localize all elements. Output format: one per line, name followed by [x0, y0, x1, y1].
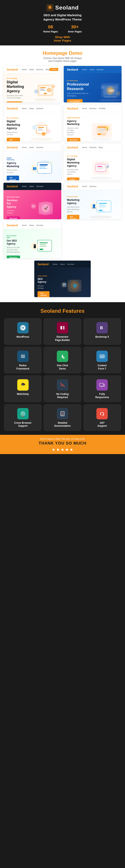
browser-icon [20, 410, 26, 417]
demo-card-1[interactable]: Seoland Home About Services Blog Contact… [3, 66, 61, 103]
hero-illustration-7: 🚀 [27, 199, 56, 217]
demo-card-3[interactable]: Seoland Home About Services No.1 Strateg… [3, 105, 61, 142]
feature-responsive: FullyResponsive [84, 375, 121, 402]
click-icon [59, 353, 66, 360]
feature-contactform: CF7 ContactForm 7 [84, 347, 121, 373]
feature-docs: </> DetailedDoomentation [43, 404, 81, 431]
svg-rect-135 [61, 415, 64, 415]
svg-rect-6 [40, 90, 45, 91]
svg-rect-36 [98, 130, 104, 131]
svg-rect-138 [100, 413, 101, 415]
stat-home-label: Home Pages [43, 30, 58, 33]
svg-text:CF7: CF7 [101, 355, 104, 358]
demo-card-6[interactable]: Seoland Home Services Blog No.1 Strategy… [64, 144, 122, 181]
support-icon-wrap [96, 408, 108, 420]
hero-illustration-1 [31, 80, 60, 102]
demo-preview-8: Seoland Home Services Powerful SEO Marke… [64, 183, 122, 219]
features-section: Seoland Features W WordPress [0, 302, 125, 435]
demo-card-10[interactable]: Seoland Home About Services Grow Online … [34, 260, 91, 297]
feature-oneclick: One ClickDemo [43, 347, 81, 373]
svg-rect-72 [99, 210, 102, 211]
demo-card-5[interactable]: Seoland Home About Services Digital Mark… [3, 144, 61, 181]
svg-rect-68 [99, 205, 105, 206]
feature-bootstrap: B Bootstrap 5 [84, 318, 121, 345]
demo-card-2[interactable]: Seoland Home About Services For Marketin… [64, 66, 122, 103]
footer-thanks: THANK YOU SO MUCH [4, 441, 121, 445]
demo-preview-10: Seoland Home About Services Grow Online … [34, 260, 91, 297]
redux-icon-wrap [17, 351, 29, 362]
nocoding-icon-wrap: </> [57, 379, 68, 391]
svg-rect-39 [97, 133, 101, 135]
svg-point-64 [90, 216, 112, 218]
demo-card-7[interactable]: Seoland Home About Services We Provide S… [3, 183, 61, 219]
svg-point-10 [34, 89, 38, 93]
demo-section-subtitle: Choose Your Demo With 04 Uniqueand Creat… [3, 57, 122, 62]
svg-text:🚀: 🚀 [44, 206, 48, 210]
svg-text:👤: 👤 [92, 204, 96, 209]
support-icon [99, 410, 105, 417]
contactform-icon-wrap: CF7 [96, 351, 108, 362]
stat-inner-pages: 30+ Inner Pages [68, 24, 82, 33]
svg-text:📊: 📊 [105, 164, 109, 168]
redux-icon [20, 353, 26, 360]
stat-inner-number: 30+ [68, 24, 82, 30]
svg-rect-89 [59, 324, 66, 331]
svg-text:📱: 📱 [32, 244, 37, 248]
svg-point-113 [24, 384, 24, 384]
stat-home-number: 08 [43, 24, 58, 30]
svg-rect-54 [97, 167, 104, 168]
svg-rect-123 [104, 386, 104, 387]
wordpress-icon-wrap: W [17, 322, 29, 333]
demo-preview-9: Seoland Home About Services Grow Online … [3, 222, 61, 258]
browser-icon-wrap [17, 408, 29, 420]
mailchimp-label: Mailchimp [6, 393, 39, 396]
demo-preview-3: Seoland Home About Services No.1 Strateg… [3, 105, 61, 142]
svg-point-115 [24, 385, 25, 385]
svg-text:B: B [100, 326, 103, 330]
hero-illustration-9: 📱 [27, 236, 56, 258]
svg-rect-53 [97, 166, 102, 167]
wordpress-label: WordPress [6, 335, 39, 339]
svg-rect-55 [97, 169, 103, 169]
footer: Don't Forget to Rate This Item, It's Hel… [0, 435, 125, 454]
demo-title-regular: Demo [69, 50, 83, 56]
stat-inner-label: Inner Pages [68, 30, 82, 33]
svg-rect-76 [39, 244, 46, 245]
hero-illustration-8: 👤 [87, 197, 115, 219]
demo-preview-1: Seoland Home About Services Blog Contact… [3, 66, 61, 102]
demo-preview-5: Seoland Home About Services Digital Mark… [3, 144, 61, 180]
features-section-title: Seoland Features [4, 308, 121, 314]
svg-rect-122 [100, 386, 102, 387]
header: Seoland SEO and Digital MarketingAgency … [0, 0, 125, 45]
svg-rect-90 [60, 326, 62, 329]
svg-point-12 [99, 99, 122, 102]
stat-home-pages: 08 Home Pages [43, 24, 58, 33]
nocoding-icon: </> [59, 382, 66, 388]
svg-rect-136 [61, 415, 63, 416]
features-title-regular: Features [63, 308, 85, 314]
responsive-icon [99, 382, 105, 388]
mailchimp-icon [20, 382, 26, 388]
demo-title-colored: Homepage [42, 50, 68, 56]
docs-icon: </> [59, 410, 66, 417]
support-label: 24/7Support [86, 422, 119, 428]
svg-rect-75 [39, 242, 48, 243]
demo-card-9[interactable]: Seoland Home About Services Grow Online … [3, 221, 61, 258]
svg-point-128 [21, 415, 22, 416]
homepage-demo-section: Homepage Demo Choose Your Demo With 04 U… [0, 45, 125, 302]
mailchimp-icon-wrap [17, 379, 29, 391]
feature-wordpress: W WordPress [4, 318, 41, 345]
hero-illustration-3 [27, 119, 56, 142]
svg-point-1 [34, 98, 57, 101]
hero-illustration-4: 💡 [88, 119, 116, 142]
svg-point-129 [22, 415, 24, 417]
star-3: ★ [61, 447, 64, 452]
svg-rect-45 [39, 168, 47, 169]
demo-card-4[interactable]: Seoland Home Services Portfolio Digital … [64, 105, 122, 142]
responsive-label: FullyResponsive [86, 393, 119, 399]
svg-point-29 [32, 125, 37, 130]
feature-browser: Cross BrowserSupport [4, 404, 41, 431]
svg-text:👥: 👥 [33, 166, 37, 170]
demo-card-8[interactable]: Seoland Home Services Powerful SEO Marke… [64, 183, 122, 219]
demo-preview-2: Seoland Home About Services For Marketin… [64, 66, 122, 102]
